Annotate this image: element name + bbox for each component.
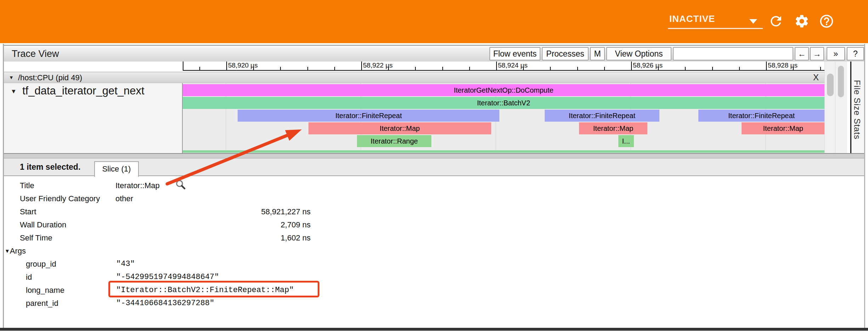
top-app-bar: INACTIVE [0, 0, 868, 43]
window-right-border [864, 44, 865, 330]
arg-value: "Iterator::BatchV2::FiniteRepeat::Map" [116, 284, 294, 297]
flow-events-button[interactable]: Flow events [489, 47, 540, 60]
collapse-triangle-icon: ▼ [9, 75, 14, 80]
arg-name: id [26, 271, 32, 284]
minor-tick [280, 67, 281, 70]
minor-tick [469, 67, 470, 70]
minor-tick [307, 67, 308, 70]
minor-tick [739, 67, 740, 70]
arg-row-long_name: long_name"Iterator::BatchV2::FiniteRepea… [4, 284, 864, 297]
detail-label: Self Time [20, 231, 52, 244]
major-tick [496, 62, 497, 70]
trace-slice[interactable]: Iterator::Range [357, 135, 431, 147]
trace-slice[interactable]: Iterator::FiniteRepeat [238, 110, 499, 122]
detail-label: Wall Duration [20, 218, 66, 231]
trace-slice[interactable]: Iterator::BatchV2 [183, 97, 824, 109]
arg-name: group_id [26, 257, 56, 271]
expand-button[interactable]: » [827, 47, 845, 60]
tab-slice[interactable]: Slice (1) [94, 161, 139, 177]
minor-tick [550, 67, 551, 70]
minor-tick [577, 67, 578, 70]
scrollbar-thumb[interactable] [838, 66, 844, 97]
close-icon[interactable]: X [813, 72, 819, 82]
detail-label: Title [20, 179, 34, 192]
arg-value: "-344106684136297288" [116, 297, 214, 310]
minor-tick [604, 67, 605, 70]
collapse-triangle-icon: ▼ [11, 88, 17, 95]
minor-tick [523, 67, 524, 70]
shortcuts-help-button[interactable]: ? [847, 47, 864, 60]
trace-slice[interactable]: Iterator::Map [742, 122, 824, 134]
process-header-label: /host:CPU (pid 49) [18, 73, 82, 82]
slice-details-panel: 1 item selected. Slice (1) TitleIterator… [4, 158, 864, 328]
detail-value: 58,921,227 ns [115, 205, 311, 218]
processes-button[interactable]: Processes [542, 47, 589, 60]
detail-row: User Friendly Categoryother [4, 192, 864, 205]
detail-label: Start [20, 205, 36, 218]
detail-row: TitleIterator::Map [4, 179, 864, 192]
arg-value: "43" [116, 257, 135, 271]
timeline-ruler: 58,920 µs58,922 µs58,924 µs58,926 µs58,9… [183, 62, 824, 71]
major-tick [766, 62, 767, 70]
minor-tick [658, 67, 659, 70]
trace-slice[interactable]: I... [618, 135, 634, 147]
find-previous-button[interactable]: ← [795, 47, 809, 60]
magnifier-icon[interactable] [174, 178, 187, 191]
arg-row-id: id"-5429951974994848647" [4, 271, 864, 284]
help-icon[interactable] [819, 13, 834, 29]
run-status-dropdown[interactable]: INACTIVE [665, 11, 764, 30]
collapse-triangle-icon: ▼ [5, 248, 10, 254]
minor-tick [253, 67, 254, 70]
track-name-label[interactable]: tf_data_iterator_get_next [22, 85, 144, 97]
settings-gear-icon[interactable] [794, 13, 810, 29]
scrollbar-thumb[interactable] [827, 74, 834, 96]
trace-canvas[interactable]: IteratorGetNextOp::DoComputeIterator::Ba… [183, 83, 824, 153]
run-status-label: INACTIVE [669, 13, 715, 24]
trace-slice[interactable]: Iterator::FiniteRepeat [545, 110, 659, 122]
args-label: Args [10, 246, 26, 255]
window-bottom-border [0, 328, 868, 331]
process-header-row[interactable]: ▼ /host:CPU (pid 49) X [4, 72, 824, 83]
minor-tick [712, 67, 713, 70]
minor-tick [388, 67, 389, 70]
minor-tick [442, 67, 443, 70]
detail-row: Self Time1,602 ns [4, 231, 864, 244]
minor-tick [415, 67, 416, 70]
file-size-stats-tab[interactable]: File Size Stats [852, 80, 862, 139]
detail-row: Wall Duration2,709 ns [4, 218, 864, 231]
vertical-scrollbar[interactable] [824, 62, 835, 153]
major-tick [631, 62, 632, 70]
arg-value: "-5429951974994848647" [116, 271, 219, 284]
trace-view-toolbar: Trace View Flow events Processes M View … [4, 45, 864, 62]
view-options-button[interactable]: View Options [606, 47, 671, 60]
major-tick [361, 62, 362, 70]
panel-splitter[interactable] [4, 153, 864, 158]
side-panel-divider[interactable] [850, 62, 851, 153]
minor-tick [334, 67, 335, 70]
major-tick [226, 62, 227, 70]
vertical-scrollbar-outer[interactable] [835, 62, 847, 153]
trace-slice[interactable]: IteratorGetNextOp::DoCompute [183, 84, 824, 96]
arg-row-group_id: group_id"43" [4, 257, 864, 271]
minor-tick [685, 67, 686, 70]
trace-slice[interactable]: Iterator::Map [308, 122, 491, 134]
profiler-trace-viewer: INACTIVE Trace View Flow events Processe… [0, 0, 868, 331]
dropdown-underline [668, 28, 763, 29]
minimap-strip [183, 150, 824, 153]
minor-tick [793, 67, 794, 70]
metadata-button[interactable]: M [590, 47, 605, 60]
selection-count-label: 1 item selected. [20, 158, 80, 175]
detail-label: User Friendly Category [20, 192, 100, 205]
find-next-button[interactable]: → [810, 47, 824, 60]
refresh-icon[interactable] [768, 13, 784, 29]
search-input[interactable] [673, 47, 793, 60]
detail-value: 1,602 ns [115, 231, 311, 244]
detail-value: 2,709 ns [115, 218, 311, 231]
trace-slice[interactable]: Iterator::Map [579, 122, 647, 134]
chevron-down-icon [749, 19, 757, 24]
track-label-panel: ▼ tf_data_iterator_get_next [4, 83, 183, 153]
trace-slice[interactable]: Iterator::FiniteRepeat [698, 110, 824, 122]
args-section-header[interactable]: ▼Args [5, 244, 26, 257]
minor-tick [199, 67, 200, 70]
detail-value: Iterator::Map [115, 179, 311, 192]
